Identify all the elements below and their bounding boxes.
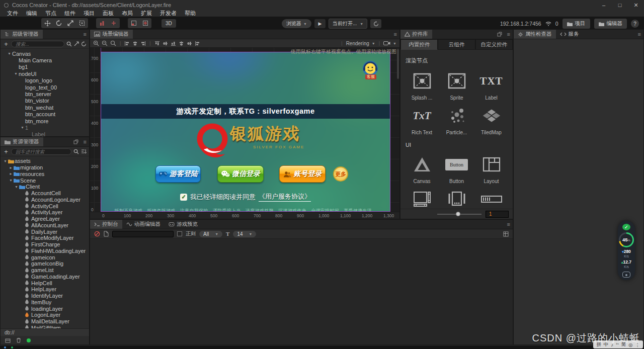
tree-node[interactable]: btn_vistor: [1, 98, 89, 104]
anchor-mode-icon[interactable]: [108, 19, 119, 28]
tree-node[interactable]: FiwhHWLoadingLayer: [1, 248, 89, 254]
refresh-icon[interactable]: [370, 19, 381, 28]
panel-menu-icon[interactable]: ≡: [391, 30, 399, 39]
local-coords-icon[interactable]: [128, 19, 139, 28]
menu-item[interactable]: 文件: [3, 10, 22, 17]
service-agreement-link[interactable]: 《用户服务协议》: [259, 192, 311, 202]
distribute-horizontal-icon[interactable]: [179, 41, 184, 46]
tree-node[interactable]: AccountCell: [1, 190, 89, 197]
tab-widget-library[interactable]: 控件库: [400, 30, 432, 39]
align-right-icon[interactable]: [140, 41, 146, 46]
tab-assets[interactable]: 资源管理器: [1, 137, 43, 146]
slider-knob[interactable]: [456, 212, 460, 216]
expand-arrow-icon[interactable]: ▾: [3, 159, 8, 163]
current-scene-dropdown[interactable]: 当前打开...▼: [329, 19, 367, 29]
tree-node[interactable]: ▾Scene: [1, 177, 89, 184]
design-canvas[interactable]: 客服 游戏开发定制，联系TG：silverfoxgame 银狐游戏 SILVER…: [101, 52, 390, 212]
close-button[interactable]: ✕: [628, 0, 644, 10]
widget-item[interactable]: [475, 189, 508, 209]
widget-item[interactable]: Sprite: [440, 70, 473, 103]
tab-animation-editor[interactable]: 动画编辑器: [122, 220, 165, 229]
scene-scrollbar[interactable]: [397, 49, 399, 79]
hierarchy-search-input[interactable]: [11, 41, 64, 47]
tree-node[interactable]: bg1: [1, 64, 89, 70]
log-level-dropdown[interactable]: All▼: [199, 231, 222, 237]
widget-item[interactable]: ButtonButton: [440, 154, 473, 187]
expand-arrow-icon[interactable]: ▾: [8, 178, 14, 183]
tree-node[interactable]: ▾Canvas: [1, 50, 89, 57]
tree-node[interactable]: gameicon: [1, 254, 89, 260]
widget-item[interactable]: TiledMap: [475, 105, 508, 138]
maximize-button[interactable]: □: [612, 0, 628, 10]
expand-arrow-icon[interactable]: ▸: [8, 171, 14, 176]
preview-target-dropdown[interactable]: 浏览器▼: [282, 19, 311, 28]
tree-node[interactable]: btn_wechat: [1, 104, 89, 111]
expand-arrow-icon[interactable]: ▸: [8, 165, 14, 170]
tree-node[interactable]: MailGiftItem: [1, 325, 89, 329]
tree-node[interactable]: FirstCharge: [1, 241, 89, 248]
tree-node[interactable]: loadingLayer: [1, 305, 89, 312]
distribute-left-icon[interactable]: [195, 41, 200, 46]
tree-node[interactable]: HelpLayer: [1, 286, 89, 293]
widget-tab[interactable]: 云组件: [438, 39, 475, 50]
tree-node[interactable]: btn_account: [1, 111, 89, 118]
menu-item[interactable]: 组件: [60, 10, 79, 17]
screenshot-icon[interactable]: [622, 272, 630, 278]
widget-item[interactable]: Layout: [475, 154, 508, 187]
menu-item[interactable]: 面板: [99, 10, 118, 17]
tab-game-preview[interactable]: 游戏预览: [165, 220, 202, 229]
rect-tool-icon[interactable]: [76, 19, 88, 28]
menu-item[interactable]: 扩展: [137, 10, 156, 17]
expand-arrow-icon[interactable]: ▾: [7, 51, 12, 56]
widget-item[interactable]: Splash ...: [406, 70, 438, 103]
expand-arrow-icon[interactable]: ▾: [20, 125, 25, 130]
align-center-horizontal-icon[interactable]: [132, 41, 138, 46]
tab-services[interactable]: 服务: [556, 30, 583, 39]
sort-icon[interactable]: [81, 149, 87, 154]
tree-node[interactable]: btn_server: [1, 91, 89, 97]
menu-item[interactable]: 编辑: [22, 10, 41, 17]
tree-node[interactable]: logon_logo: [1, 77, 89, 84]
tree-node[interactable]: ActivityCell: [1, 203, 89, 209]
ime-item[interactable]: ⋮: [635, 342, 640, 347]
tree-node[interactable]: logo_text_00: [1, 84, 89, 91]
zoom-out-icon[interactable]: [102, 40, 108, 46]
align-middle-icon[interactable]: [163, 41, 168, 46]
widget-item[interactable]: TXTLabel: [475, 70, 508, 103]
widget-item[interactable]: Canvas: [406, 154, 438, 187]
open-editor-button[interactable]: 编辑器: [594, 19, 627, 29]
menu-item[interactable]: 开发者: [156, 10, 181, 17]
zoom-in-icon[interactable]: [93, 40, 99, 46]
panel-menu-icon[interactable]: ≡: [81, 137, 89, 146]
customer-service-badge[interactable]: 客服: [362, 60, 380, 79]
tree-node[interactable]: gameIconBig: [1, 260, 89, 267]
tab-inspector[interactable]: 属性检查器: [514, 30, 556, 39]
ime-item[interactable]: ♪: [611, 342, 613, 347]
regex-checkbox[interactable]: [177, 231, 182, 236]
login-button-orange[interactable]: 账号登录: [279, 165, 326, 183]
agree-checkbox[interactable]: ✓: [180, 194, 187, 201]
tree-node[interactable]: ▾1: [1, 124, 89, 131]
tree-node[interactable]: ▾nodeUI: [1, 70, 89, 77]
menu-item[interactable]: 项目: [79, 10, 99, 17]
panel-menu-icon[interactable]: ≡: [81, 30, 89, 39]
ime-item[interactable]: °': [616, 342, 619, 347]
align-left-icon[interactable]: [124, 41, 130, 46]
tree-node[interactable]: MailDetailLayer: [1, 318, 89, 325]
zoom-slider[interactable]: [437, 214, 481, 215]
open-project-button[interactable]: 项目: [562, 19, 590, 29]
pivot-mode-icon[interactable]: [97, 19, 108, 28]
panel-menu-icon[interactable]: ≡: [505, 30, 513, 39]
camera-icon[interactable]: [383, 41, 390, 46]
menu-item[interactable]: 帮助: [181, 10, 200, 17]
more-button[interactable]: 更多: [333, 166, 348, 182]
rotate-tool-icon[interactable]: [53, 19, 64, 28]
ime-item[interactable]: 中: [604, 341, 609, 348]
expand-arrow-icon[interactable]: ▾: [14, 185, 19, 189]
login-button-blue[interactable]: 游客登陆: [155, 165, 201, 183]
trash-icon[interactable]: [16, 337, 21, 343]
log-file-icon[interactable]: [104, 231, 109, 237]
tree-node[interactable]: Main Camera: [1, 57, 89, 63]
search-icon[interactable]: [73, 149, 79, 154]
font-size-dropdown[interactable]: 14▼: [233, 231, 256, 237]
